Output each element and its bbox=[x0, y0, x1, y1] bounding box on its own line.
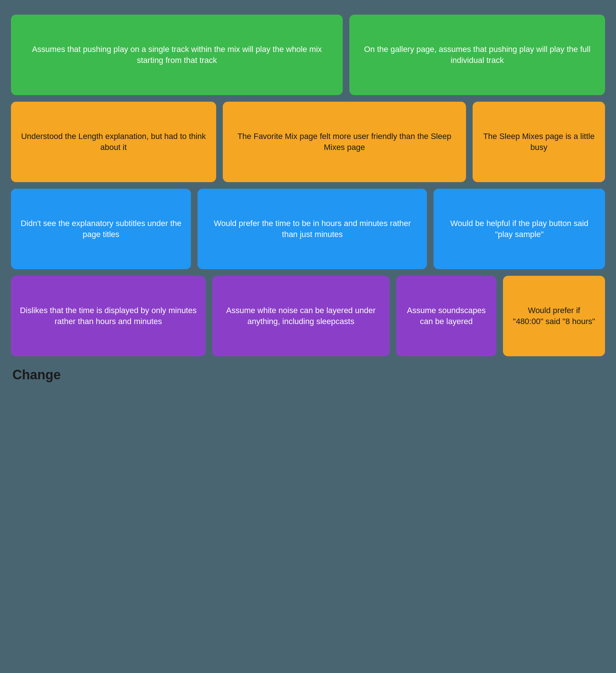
card-prefer-hours-minutes: Would prefer the time to be in hours and… bbox=[198, 189, 427, 269]
card-grid: Assumes that pushing play on a single tr… bbox=[11, 15, 605, 356]
card-soundscapes-layered: Assume soundscapes can be layered bbox=[396, 276, 496, 356]
card-play-sample: Would be helpful if the play button said… bbox=[433, 189, 605, 269]
card-prefer-8-hours: Would prefer if "480:00" said "8 hours" bbox=[503, 276, 605, 356]
section-label: Change bbox=[11, 367, 605, 383]
card-sleep-mixes-busy: The Sleep Mixes page is a little busy bbox=[473, 102, 605, 182]
card-dislikes-minutes: Dislikes that the time is displayed by o… bbox=[11, 276, 206, 356]
card-white-noise: Assume white noise can be layered under … bbox=[212, 276, 390, 356]
card-didnt-see-subtitles: Didn't see the explanatory subtitles und… bbox=[11, 189, 191, 269]
card-assumes-play-single: Assumes that pushing play on a single tr… bbox=[11, 15, 343, 95]
card-favorite-mix: The Favorite Mix page felt more user fri… bbox=[223, 102, 466, 182]
row-1: Assumes that pushing play on a single tr… bbox=[11, 15, 605, 95]
row-4: Dislikes that the time is displayed by o… bbox=[11, 276, 605, 356]
row-3: Didn't see the explanatory subtitles und… bbox=[11, 189, 605, 269]
card-gallery-page-assumes: On the gallery page, assumes that pushin… bbox=[349, 15, 605, 95]
card-understood-length: Understood the Length explanation, but h… bbox=[11, 102, 216, 182]
row-2: Understood the Length explanation, but h… bbox=[11, 102, 605, 182]
